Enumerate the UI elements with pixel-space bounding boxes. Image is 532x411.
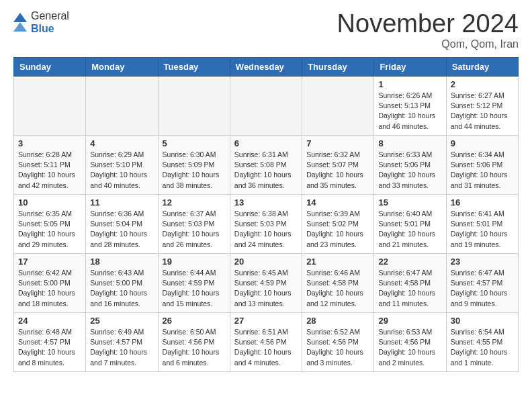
day-info: Sunrise: 6:40 AM Sunset: 5:01 PM Dayligh…	[378, 210, 435, 248]
calendar-day-cell	[302, 77, 374, 136]
day-number: 30	[451, 316, 514, 326]
calendar-day-cell: 7Sunrise: 6:32 AM Sunset: 5:07 PM Daylig…	[302, 136, 374, 195]
calendar-table: SundayMondayTuesdayWednesdayThursdayFrid…	[13, 57, 519, 372]
day-number: 25	[90, 316, 153, 326]
day-number: 4	[90, 138, 153, 148]
day-info: Sunrise: 6:28 AM Sunset: 5:11 PM Dayligh…	[18, 150, 75, 189]
calendar-week-row: 17Sunrise: 6:42 AM Sunset: 5:00 PM Dayli…	[14, 254, 519, 313]
calendar-day-cell: 14Sunrise: 6:39 AM Sunset: 5:02 PM Dayli…	[302, 195, 374, 254]
day-number: 26	[163, 316, 226, 326]
calendar-week-row: 3Sunrise: 6:28 AM Sunset: 5:11 PM Daylig…	[14, 136, 519, 195]
calendar-day-cell: 5Sunrise: 6:30 AM Sunset: 5:09 PM Daylig…	[158, 136, 230, 195]
day-info: Sunrise: 6:51 AM Sunset: 4:56 PM Dayligh…	[234, 328, 292, 367]
day-info: Sunrise: 6:50 AM Sunset: 4:56 PM Dayligh…	[163, 328, 220, 367]
day-number: 2	[451, 79, 514, 89]
day-info: Sunrise: 6:54 AM Sunset: 4:55 PM Dayligh…	[451, 328, 508, 367]
day-number: 28	[306, 316, 369, 326]
day-info: Sunrise: 6:42 AM Sunset: 5:00 PM Dayligh…	[18, 269, 75, 308]
calendar-day-cell: 24Sunrise: 6:48 AM Sunset: 4:57 PM Dayli…	[14, 313, 86, 372]
calendar-day-cell: 20Sunrise: 6:45 AM Sunset: 4:59 PM Dayli…	[230, 254, 302, 313]
calendar-day-cell: 29Sunrise: 6:53 AM Sunset: 4:56 PM Dayli…	[374, 313, 446, 372]
calendar-day-cell: 25Sunrise: 6:49 AM Sunset: 4:57 PM Dayli…	[86, 313, 158, 372]
calendar-day-cell: 2Sunrise: 6:27 AM Sunset: 5:12 PM Daylig…	[446, 77, 518, 136]
calendar-day-cell: 21Sunrise: 6:46 AM Sunset: 4:58 PM Dayli…	[302, 254, 374, 313]
day-number: 8	[378, 138, 441, 148]
day-info: Sunrise: 6:44 AM Sunset: 4:59 PM Dayligh…	[163, 269, 220, 308]
day-number: 7	[306, 138, 369, 148]
calendar-day-cell: 17Sunrise: 6:42 AM Sunset: 5:00 PM Dayli…	[14, 254, 86, 313]
day-info: Sunrise: 6:32 AM Sunset: 5:07 PM Dayligh…	[306, 150, 363, 189]
day-number: 20	[234, 257, 298, 267]
calendar-day-cell: 12Sunrise: 6:37 AM Sunset: 5:03 PM Dayli…	[158, 195, 230, 254]
day-info: Sunrise: 6:39 AM Sunset: 5:02 PM Dayligh…	[306, 210, 363, 248]
day-info: Sunrise: 6:29 AM Sunset: 5:10 PM Dayligh…	[90, 150, 147, 189]
calendar-day-cell	[86, 77, 158, 136]
calendar-day-cell: 15Sunrise: 6:40 AM Sunset: 5:01 PM Dayli…	[374, 195, 446, 254]
calendar-day-cell	[158, 77, 230, 136]
day-number: 23	[451, 257, 514, 267]
calendar-day-cell: 8Sunrise: 6:33 AM Sunset: 5:06 PM Daylig…	[374, 136, 446, 195]
day-info: Sunrise: 6:30 AM Sunset: 5:09 PM Dayligh…	[163, 150, 220, 189]
calendar-day-cell: 23Sunrise: 6:47 AM Sunset: 4:57 PM Dayli…	[446, 254, 518, 313]
weekday-header-friday: Friday	[374, 58, 446, 77]
calendar-day-cell: 22Sunrise: 6:47 AM Sunset: 4:58 PM Dayli…	[374, 254, 446, 313]
header: General Blue November 2024 Qom, Qom, Ira…	[0, 0, 532, 57]
day-number: 14	[306, 197, 369, 208]
title-block: November 2024 Qom, Qom, Iran	[337, 9, 519, 50]
calendar-day-cell: 28Sunrise: 6:52 AM Sunset: 4:56 PM Dayli…	[302, 313, 374, 372]
calendar-week-row: 1Sunrise: 6:26 AM Sunset: 5:13 PM Daylig…	[14, 77, 519, 136]
calendar-day-cell: 16Sunrise: 6:41 AM Sunset: 5:01 PM Dayli…	[446, 195, 518, 254]
day-info: Sunrise: 6:41 AM Sunset: 5:01 PM Dayligh…	[451, 210, 508, 248]
day-number: 1	[378, 79, 441, 89]
day-number: 5	[163, 138, 226, 148]
logo-general: General	[31, 9, 69, 22]
weekday-header-tuesday: Tuesday	[158, 58, 230, 77]
weekday-header-thursday: Thursday	[302, 58, 374, 77]
day-number: 12	[163, 197, 226, 208]
day-info: Sunrise: 6:47 AM Sunset: 4:58 PM Dayligh…	[378, 269, 435, 308]
day-number: 29	[378, 316, 441, 326]
weekday-header-monday: Monday	[86, 58, 158, 77]
day-info: Sunrise: 6:35 AM Sunset: 5:05 PM Dayligh…	[18, 210, 75, 248]
calendar-week-row: 10Sunrise: 6:35 AM Sunset: 5:05 PM Dayli…	[14, 195, 519, 254]
day-number: 15	[378, 197, 441, 208]
calendar-day-cell: 27Sunrise: 6:51 AM Sunset: 4:56 PM Dayli…	[230, 313, 302, 372]
calendar-day-cell: 19Sunrise: 6:44 AM Sunset: 4:59 PM Dayli…	[158, 254, 230, 313]
calendar-day-cell: 3Sunrise: 6:28 AM Sunset: 5:11 PM Daylig…	[14, 136, 86, 195]
day-number: 27	[234, 316, 298, 326]
calendar-day-cell: 30Sunrise: 6:54 AM Sunset: 4:55 PM Dayli…	[446, 313, 518, 372]
weekday-header-wednesday: Wednesday	[230, 58, 302, 77]
day-number: 24	[18, 316, 81, 326]
day-info: Sunrise: 6:46 AM Sunset: 4:58 PM Dayligh…	[306, 269, 363, 308]
day-info: Sunrise: 6:26 AM Sunset: 5:13 PM Dayligh…	[378, 91, 435, 130]
calendar-day-cell: 9Sunrise: 6:34 AM Sunset: 5:06 PM Daylig…	[446, 136, 518, 195]
day-number: 16	[451, 197, 514, 208]
day-number: 6	[234, 138, 298, 148]
day-info: Sunrise: 6:33 AM Sunset: 5:06 PM Dayligh…	[378, 150, 435, 189]
day-number: 22	[378, 257, 441, 267]
day-number: 18	[90, 257, 153, 267]
day-number: 13	[234, 197, 298, 208]
page-container: General Blue November 2024 Qom, Qom, Ira…	[0, 0, 532, 411]
day-number: 21	[306, 257, 369, 267]
day-number: 10	[18, 197, 81, 208]
weekday-header-saturday: Saturday	[446, 58, 518, 77]
day-info: Sunrise: 6:38 AM Sunset: 5:03 PM Dayligh…	[234, 210, 292, 248]
day-number: 11	[90, 197, 153, 208]
logo: General Blue	[13, 9, 69, 35]
day-number: 9	[451, 138, 514, 148]
day-info: Sunrise: 6:36 AM Sunset: 5:04 PM Dayligh…	[90, 210, 147, 248]
calendar-week-row: 24Sunrise: 6:48 AM Sunset: 4:57 PM Dayli…	[14, 313, 519, 372]
day-number: 3	[18, 138, 81, 148]
weekday-header-sunday: Sunday	[14, 58, 86, 77]
calendar-day-cell	[230, 77, 302, 136]
day-number: 17	[18, 257, 81, 267]
calendar-day-cell: 13Sunrise: 6:38 AM Sunset: 5:03 PM Dayli…	[230, 195, 302, 254]
weekday-header-row: SundayMondayTuesdayWednesdayThursdayFrid…	[14, 58, 519, 77]
day-info: Sunrise: 6:48 AM Sunset: 4:57 PM Dayligh…	[18, 328, 75, 367]
day-info: Sunrise: 6:52 AM Sunset: 4:56 PM Dayligh…	[306, 328, 363, 367]
day-info: Sunrise: 6:43 AM Sunset: 5:00 PM Dayligh…	[90, 269, 147, 308]
calendar-day-cell: 18Sunrise: 6:43 AM Sunset: 5:00 PM Dayli…	[86, 254, 158, 313]
calendar-day-cell	[14, 77, 86, 136]
day-info: Sunrise: 6:27 AM Sunset: 5:12 PM Dayligh…	[451, 91, 508, 130]
